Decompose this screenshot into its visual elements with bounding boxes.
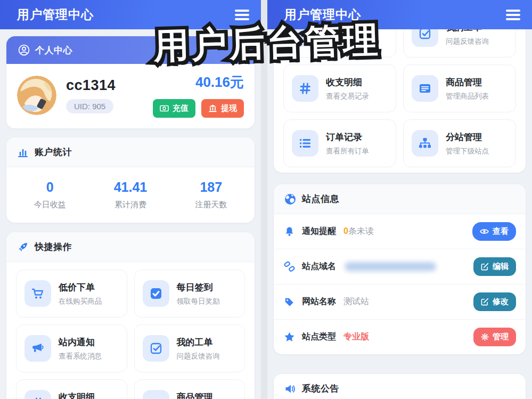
quick-grid: 低价下单 在线购买商品 每日签到 领取每日奖励 bbox=[6, 262, 255, 399]
gear-icon bbox=[481, 333, 489, 341]
personal-center-card: 个人中心 cc1314 UID: 905 bbox=[6, 36, 255, 128]
screenshot-stage: 用户管理中心 个人中心 bbox=[0, 0, 532, 399]
site-row-domain: 站点域名 编辑 bbox=[274, 249, 526, 284]
account-stats-title: 账户统计 bbox=[35, 146, 72, 158]
quick-actions-header: 快捷操作 bbox=[6, 232, 255, 262]
quick-item-transactions[interactable]: 收支明细 查看交易记录 bbox=[283, 64, 396, 112]
manage-sitetype-button[interactable]: 管理 bbox=[473, 328, 516, 346]
stat-today-income: 0 今日收益 bbox=[10, 180, 90, 210]
row-label: 站点域名 bbox=[302, 261, 336, 272]
quick-item-daily-signin[interactable]: 每日签到 领取每日奖励 bbox=[134, 270, 245, 317]
uid-badge: UID: 905 bbox=[66, 99, 113, 113]
row-label: 站点类型 bbox=[302, 331, 336, 343]
quick-item-title: 订单记录 bbox=[326, 131, 369, 143]
quick-item-order-records[interactable]: 订单记录 查看所有订单 bbox=[283, 119, 396, 167]
modify-sitename-button[interactable]: 修改 bbox=[473, 292, 516, 311]
site-row-notifications: 通知提醒 0条未读 查看 bbox=[274, 214, 526, 249]
system-announcement-title: 系统公告 bbox=[302, 382, 339, 395]
quick-item-desc: 在线购买商品 bbox=[59, 297, 102, 306]
quick-item-title: 收支明细 bbox=[326, 76, 369, 88]
unread-suffix: 条未读 bbox=[348, 226, 374, 235]
quick-item-transactions[interactable]: 收支明细 查看交易记录 bbox=[16, 379, 127, 399]
edit-icon bbox=[481, 298, 489, 306]
withdraw-button[interactable]: 提现 bbox=[201, 99, 244, 118]
quick-item-desc: 查看系统消息 bbox=[326, 37, 369, 46]
button-label: 修改 bbox=[493, 297, 509, 307]
quick-item-desc: 问题反馈咨询 bbox=[177, 352, 220, 361]
unread-count: 0 bbox=[343, 226, 348, 235]
quick-item-title: 低价下单 bbox=[59, 281, 102, 294]
recharge-label: 充值 bbox=[173, 103, 189, 113]
app-title: 用户管理中心 bbox=[17, 6, 94, 23]
quick-item-my-tickets[interactable]: 我的工单 问题反馈咨询 bbox=[134, 324, 245, 372]
quick-item-title: 商品管理 bbox=[446, 76, 489, 88]
rocket-icon bbox=[17, 241, 29, 253]
button-label: 查看 bbox=[493, 226, 509, 237]
stat-value: 0 bbox=[10, 180, 90, 195]
quick-item-title: 我的工单 bbox=[177, 336, 220, 348]
site-name-value: 测试站 bbox=[343, 296, 369, 307]
hashtag-icon bbox=[24, 390, 51, 399]
system-announcement-header: 系统公告 bbox=[274, 374, 526, 399]
bell-icon bbox=[283, 226, 295, 237]
row-label: 通知提醒 bbox=[302, 226, 336, 237]
username: cc1314 bbox=[66, 77, 116, 94]
link-icon bbox=[283, 261, 295, 272]
quick-item-title: 分站管理 bbox=[446, 131, 489, 143]
site-info-title: 站点信息 bbox=[302, 193, 339, 205]
right-phone-panel: 用户管理中心 站内通知 查看系统消息 bbox=[267, 0, 532, 399]
quick-item-desc: 管理商品列表 bbox=[446, 92, 489, 101]
site-info-header: 站点信息 bbox=[274, 184, 526, 214]
stat-value: 41.41 bbox=[90, 180, 170, 195]
personal-body: cc1314 UID: 905 40.16元 bbox=[6, 64, 255, 128]
personal-center-title: 个人中心 bbox=[35, 44, 72, 56]
system-announcement-card: 系统公告 bbox=[274, 374, 526, 399]
quick-item-desc: 问题反馈咨询 bbox=[446, 37, 489, 46]
quick-item-cheap-order[interactable]: 低价下单 在线购买商品 bbox=[16, 270, 127, 317]
sitemap-icon bbox=[412, 130, 438, 157]
quick-actions-card: 快捷操作 低价下单 在线购买商品 bbox=[6, 232, 255, 399]
list-icon bbox=[292, 130, 318, 157]
table-icon bbox=[143, 390, 169, 399]
user-circle-icon bbox=[18, 44, 30, 56]
account-stats-card: 账户统计 0 今日收益 41.41 累计消费 187 注册天数 bbox=[6, 137, 255, 223]
button-label: 管理 bbox=[493, 332, 509, 342]
quick-item-title: 站内通知 bbox=[59, 336, 102, 348]
avatar bbox=[17, 76, 56, 115]
check-filled-icon bbox=[143, 280, 169, 307]
quick-item-title: 收支明细 bbox=[59, 391, 102, 399]
quick-item-title: 商品管理 bbox=[177, 391, 220, 399]
banknote-icon bbox=[160, 104, 169, 113]
stat-total-spend: 41.41 累计消费 bbox=[90, 180, 170, 210]
menu-icon[interactable] bbox=[506, 10, 520, 20]
site-row-sitetype: 站点类型 专业版 bbox=[274, 319, 526, 354]
check-outline-icon bbox=[143, 335, 169, 362]
cart-icon bbox=[24, 280, 51, 307]
speaker-icon bbox=[284, 383, 296, 395]
site-domain-blurred-value bbox=[345, 262, 436, 271]
quick-item-title: 每日签到 bbox=[177, 281, 220, 294]
globe-icon bbox=[284, 193, 296, 205]
eye-icon bbox=[480, 228, 489, 235]
stats-row: 0 今日收益 41.41 累计消费 187 注册天数 bbox=[6, 167, 255, 223]
quick-item-site-notice[interactable]: 站内通知 查看系统消息 bbox=[16, 324, 127, 372]
quick-item-goods-manage[interactable]: 商品管理 管理商品列表 bbox=[403, 64, 516, 112]
bar-chart-icon bbox=[17, 146, 29, 158]
quick-item-substation-manage[interactable]: 分站管理 管理下级站点 bbox=[403, 119, 516, 167]
site-info-card: 站点信息 通知提醒 0条未读 bbox=[274, 184, 526, 354]
tag-icon bbox=[283, 297, 295, 307]
stat-register-days: 187 注册天数 bbox=[171, 180, 251, 210]
view-notifications-button[interactable]: 查看 bbox=[472, 222, 516, 241]
quick-item-goods-manage[interactable]: 商品管理 管理商品列表 bbox=[134, 379, 245, 399]
personal-center-header: 个人中心 bbox=[6, 36, 255, 64]
hashtag-icon bbox=[292, 75, 318, 102]
recharge-button[interactable]: 充值 bbox=[153, 99, 195, 118]
stat-label: 累计消费 bbox=[90, 200, 170, 210]
button-label: 编辑 bbox=[493, 262, 509, 272]
site-type-value: 专业版 bbox=[343, 331, 369, 343]
account-stats-header: 账户统计 bbox=[6, 137, 255, 167]
menu-icon[interactable] bbox=[235, 10, 249, 20]
edit-domain-button[interactable]: 编辑 bbox=[473, 257, 516, 276]
table-icon bbox=[412, 75, 438, 102]
user-identity: cc1314 UID: 905 bbox=[66, 77, 116, 113]
